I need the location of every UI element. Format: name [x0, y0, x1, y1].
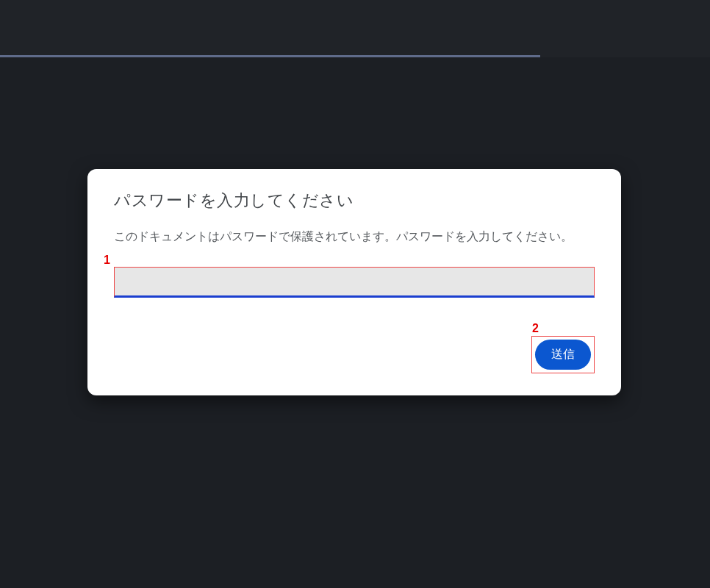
- password-input[interactable]: [114, 267, 595, 298]
- submit-button-wrapper: 2 送信: [531, 336, 595, 373]
- top-bar: [0, 0, 710, 57]
- annotation-marker-2: 2: [532, 322, 539, 335]
- annotation-marker-1: 1: [104, 254, 110, 267]
- loading-progress-line: [0, 55, 540, 57]
- dialog-actions-row: 2 送信: [114, 336, 595, 373]
- submit-button[interactable]: 送信: [535, 340, 591, 370]
- dialog-title: パスワードを入力してください: [114, 190, 595, 212]
- password-dialog: パスワードを入力してください このドキュメントはパスワードで保護されています。パ…: [87, 169, 621, 395]
- password-input-wrapper: 1: [114, 267, 595, 298]
- dialog-description: このドキュメントはパスワードで保護されています。パスワードを入力してください。: [114, 226, 595, 246]
